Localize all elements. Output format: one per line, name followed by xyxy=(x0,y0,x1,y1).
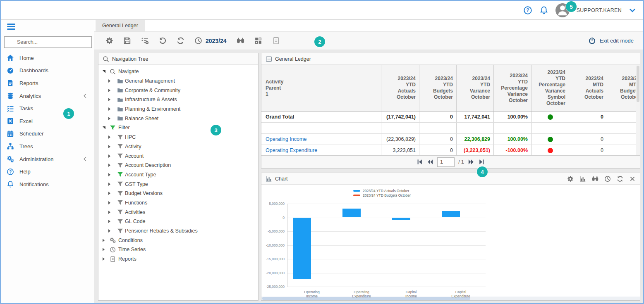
chevron-down-icon[interactable] xyxy=(629,7,636,14)
tree-expander-icon[interactable] xyxy=(108,211,110,214)
column-header[interactable]: 2023/24 MTD Actuals October xyxy=(569,65,607,111)
clock-icon[interactable] xyxy=(604,176,611,182)
sidebar-search-input[interactable] xyxy=(4,36,92,48)
tree-item-general-management[interactable]: General Management xyxy=(98,76,258,86)
tree-expander-icon[interactable] xyxy=(108,89,110,92)
column-header[interactable]: Activity Parent 1 xyxy=(261,65,381,111)
column-header[interactable]: 2023/24 YTD Actuals October xyxy=(381,65,419,111)
refresh-icon[interactable] xyxy=(617,176,623,182)
document-icon[interactable] xyxy=(272,37,280,45)
table-vertical-scrollbar[interactable] xyxy=(636,65,640,155)
tree-item-budget-versions[interactable]: Budget Versions xyxy=(98,189,258,198)
sidebar-item-home[interactable]: Home xyxy=(1,52,94,64)
refresh-icon[interactable] xyxy=(177,37,184,45)
sidebar-item-analytics[interactable]: Analytics xyxy=(1,90,94,102)
previous-page-button[interactable] xyxy=(427,159,433,165)
binoculars-icon[interactable] xyxy=(237,37,244,45)
sidebar-item-tasks[interactable]: Tasks xyxy=(1,102,94,115)
chart-header: Chart xyxy=(261,173,640,185)
sidebar-item-help[interactable]: ?Help xyxy=(1,165,94,178)
page-number-input[interactable] xyxy=(437,157,455,167)
sidebar-item-administration[interactable]: Administration xyxy=(1,153,94,166)
tree-expander-icon[interactable] xyxy=(108,201,110,204)
row-label[interactable]: Operating Income xyxy=(261,134,381,145)
help-icon[interactable]: ? xyxy=(523,6,532,15)
tree-item-infrastructure-assets[interactable]: Infrastructure & Assets xyxy=(98,95,258,104)
column-header[interactable]: 2023/24 YTD Budgets October xyxy=(419,65,457,111)
tree-item-account-description[interactable]: Account Description xyxy=(98,161,258,170)
tree-item-label: Balance Sheet xyxy=(125,116,158,121)
tree-item-functions[interactable]: Functions xyxy=(98,198,258,208)
tree-expander-icon[interactable] xyxy=(108,107,110,111)
tree-item-conditions[interactable]: Conditions xyxy=(98,235,258,245)
report-icon xyxy=(7,79,14,87)
tree-item-corporate-community[interactable]: Corporate & Community xyxy=(98,86,258,95)
column-header[interactable]: 2023/24 YTD Percentage Variance Symbol O… xyxy=(531,65,569,111)
tree-expander-icon[interactable] xyxy=(108,173,110,176)
column-header[interactable]: 2023/24 YTD Percentage Variance October xyxy=(494,65,531,111)
tree-item-activity[interactable]: Activity xyxy=(98,142,258,152)
tree-item-gl-code[interactable]: GL Code xyxy=(98,217,258,226)
tree-expander-icon[interactable] xyxy=(103,239,105,242)
tree-item-pensioner-rebates-subsidies[interactable]: Pensioner Rebates & Subsidies xyxy=(98,226,258,236)
tree-item-navigate[interactable]: Navigate xyxy=(98,67,258,76)
tree-item-reports[interactable]: Reports xyxy=(98,254,258,264)
tree-expander-icon[interactable] xyxy=(108,164,110,167)
tree-expander-icon[interactable] xyxy=(108,145,110,148)
tree-item-account[interactable]: Account xyxy=(98,151,258,161)
tree-item-account-type[interactable]: Account Type xyxy=(98,170,258,180)
sidebar-item-excel[interactable]: Excel xyxy=(1,115,94,128)
tree-item-planning-environment[interactable]: Planning & Environment xyxy=(98,104,258,114)
task-add-icon[interactable] xyxy=(141,37,149,45)
funnel-icon xyxy=(117,153,123,159)
chart-icon[interactable] xyxy=(579,176,586,182)
binoculars-icon[interactable] xyxy=(592,176,599,182)
tree-expander-icon[interactable] xyxy=(103,126,105,129)
undo-icon[interactable] xyxy=(159,37,167,45)
row-label[interactable]: Operating Expenditure xyxy=(261,145,381,156)
first-page-button[interactable] xyxy=(417,159,423,165)
tree-item-label: Planning & Environment xyxy=(125,106,180,112)
tree-item-activities[interactable]: Activities xyxy=(98,207,258,217)
tree-expander-icon[interactable] xyxy=(103,70,105,73)
tree-expander-icon[interactable] xyxy=(108,220,110,223)
sidebar-item-notifications[interactable]: Notifications xyxy=(1,178,94,191)
tree-item-gst-type[interactable]: GST Type xyxy=(98,179,258,189)
menu-hamburger-icon[interactable] xyxy=(7,24,15,30)
tree-expander-icon[interactable] xyxy=(108,229,110,233)
tree-item-hpc[interactable]: HPC xyxy=(98,133,258,142)
chevron-left-icon[interactable] xyxy=(82,93,88,99)
tree-expander-icon[interactable] xyxy=(108,98,110,101)
sidebar-item-trees[interactable]: Trees xyxy=(1,140,94,153)
sidebar-item-reports[interactable]: Reports xyxy=(1,77,94,90)
tab-general-ledger[interactable]: General Ledger xyxy=(96,20,145,31)
settings-icon[interactable] xyxy=(567,176,574,182)
last-page-button[interactable] xyxy=(478,159,485,165)
tree-item-time-series[interactable]: Time Series xyxy=(98,245,258,254)
tree-expander-icon[interactable] xyxy=(108,135,110,139)
close-icon[interactable] xyxy=(629,176,636,182)
grid-icon[interactable] xyxy=(254,37,262,45)
legend-swatch xyxy=(353,195,360,196)
tree-expander-icon[interactable] xyxy=(103,248,105,251)
column-header[interactable]: 2023/24 MTD Budgets October xyxy=(607,65,637,111)
sidebar-item-dashboards[interactable]: Dashboards xyxy=(1,64,94,77)
save-icon[interactable] xyxy=(123,37,131,45)
chevron-left-icon[interactable] xyxy=(82,156,88,162)
exit-edit-mode-button[interactable]: Exit edit mode xyxy=(589,37,634,44)
tree-expander-icon[interactable] xyxy=(108,192,110,195)
notifications-bell-icon[interactable] xyxy=(539,6,548,15)
column-header[interactable]: 2023/24 YTD Variance October xyxy=(457,65,494,111)
tree-expander-icon[interactable] xyxy=(108,183,110,186)
next-page-button[interactable] xyxy=(468,159,474,165)
username[interactable]: SUPPORT.KAREN xyxy=(577,7,622,13)
settings-icon[interactable] xyxy=(105,37,113,45)
tree-expander-icon[interactable] xyxy=(103,257,105,261)
sidebar-item-scheduler[interactable]: Scheduler xyxy=(1,128,94,140)
tree-item-filter[interactable]: Filter xyxy=(98,123,258,133)
tree-item-balance-sheet[interactable]: Balance Sheet xyxy=(98,114,258,123)
tree-expander-icon[interactable] xyxy=(108,154,110,158)
tree-expander-icon[interactable] xyxy=(108,79,110,83)
tree-expander-icon[interactable] xyxy=(108,117,110,120)
period-selector[interactable]: 2023/24 xyxy=(194,37,227,45)
